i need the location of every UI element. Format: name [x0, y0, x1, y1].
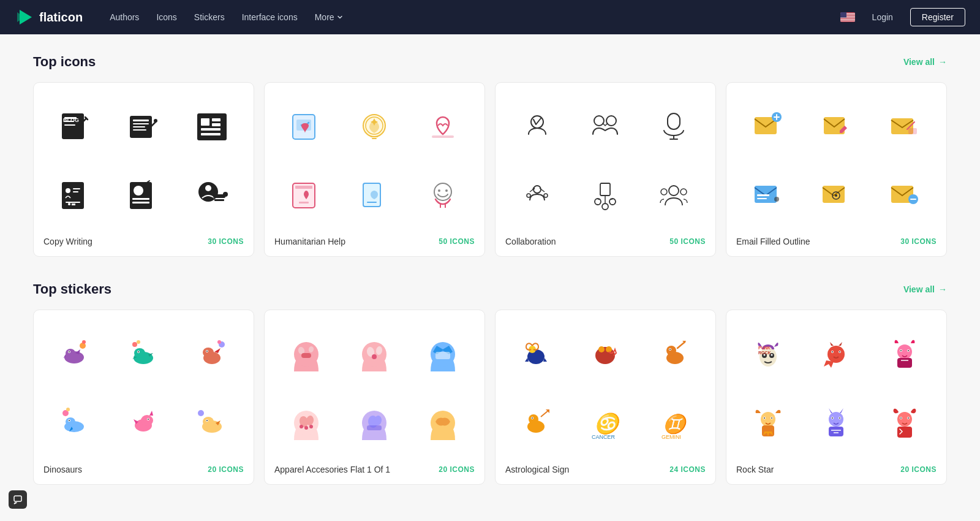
svg-point-106 — [134, 348, 145, 358]
svg-rect-40 — [132, 202, 149, 203]
pack-footer: Email Filled Outline 30 ICONS — [736, 237, 937, 246]
icon-cell — [411, 391, 475, 455]
svg-point-131 — [198, 410, 204, 416]
pack-collaboration[interactable]: Collaboration 50 ICONS — [495, 82, 716, 257]
register-button[interactable]: Register — [910, 8, 965, 26]
icon-cell — [805, 391, 869, 455]
svg-point-109 — [132, 342, 137, 347]
svg-point-128 — [203, 417, 214, 427]
top-stickers-view-all[interactable]: View all → — [903, 284, 947, 294]
pack-count: 50 ICONS — [669, 237, 706, 246]
icon-cell — [642, 164, 706, 227]
icon-cell — [180, 164, 244, 227]
nav-interface-icons[interactable]: Interface icons — [235, 7, 305, 27]
svg-point-191 — [764, 417, 765, 419]
pack-apparel[interactable]: Apparel Accesories Flat 1 Of 1 20 ICONS — [264, 310, 485, 484]
svg-rect-91 — [757, 198, 767, 199]
icon-cell — [274, 95, 338, 159]
icon-cell — [274, 164, 338, 227]
pack-name: Astrological Sign — [505, 465, 569, 474]
svg-point-41 — [198, 182, 218, 202]
icon-cell — [343, 95, 407, 159]
svg-rect-188 — [897, 358, 912, 368]
svg-text:BLOG: BLOG — [63, 117, 79, 123]
svg-point-130 — [206, 420, 208, 421]
icon-cell — [736, 164, 800, 227]
pack-count: 20 ICONS — [439, 465, 475, 474]
top-stickers-grid: Dinosaurs 20 ICONS — [33, 310, 947, 484]
svg-point-199 — [839, 417, 840, 419]
chat-widget[interactable] — [9, 490, 27, 509]
svg-rect-72 — [600, 183, 610, 196]
svg-point-205 — [908, 417, 909, 419]
pack-humanitarian-help[interactable]: Humanitarian Help 50 ICONS — [264, 82, 485, 257]
pack-copy-writing[interactable]: BLOG — [33, 82, 254, 257]
pack-icons — [505, 95, 706, 227]
svg-text:ROCK: ROCK — [758, 351, 771, 355]
svg-point-112 — [203, 348, 214, 357]
pack-rock-star[interactable]: PUNK ROCK — [726, 310, 947, 484]
svg-point-108 — [138, 351, 139, 352]
language-flag[interactable] — [840, 12, 855, 22]
nav-icons[interactable]: Icons — [149, 7, 184, 27]
svg-rect-13 — [64, 124, 75, 126]
pack-count: 30 ICONS — [208, 237, 244, 246]
svg-rect-27 — [212, 123, 221, 126]
pack-footer: Rock Star 20 ICONS — [736, 465, 937, 474]
svg-point-187 — [908, 350, 909, 351]
svg-point-120 — [69, 420, 70, 421]
svg-point-56 — [434, 183, 451, 200]
icon-cell — [180, 322, 244, 386]
svg-text:♊: ♊ — [662, 413, 690, 435]
icon-cell — [642, 95, 706, 159]
main-content: Top icons View all → BLOG — [18, 34, 962, 521]
svg-point-193 — [771, 417, 772, 419]
svg-point-197 — [832, 417, 833, 419]
navbar: flaticon Authors Icons Stickers Interfac… — [0, 0, 980, 34]
icon-cell — [274, 322, 338, 386]
pack-footer: Apparel Accesories Flat 1 Of 1 20 ICONS — [274, 465, 475, 474]
login-button[interactable]: Login — [862, 9, 903, 26]
icon-cell: ♋ CANCER — [574, 391, 638, 455]
icon-cell: ♊ GEMINI — [642, 391, 706, 455]
svg-point-185 — [900, 350, 902, 351]
pack-icons — [43, 322, 244, 454]
svg-rect-44 — [214, 199, 224, 201]
svg-rect-64 — [668, 113, 680, 129]
svg-point-31 — [66, 188, 70, 193]
svg-point-110 — [137, 340, 140, 344]
pack-astrological[interactable]: ♋ CANCER ♊ GEMINI Astrological Sign 24 I… — [495, 310, 716, 484]
pack-icons: PUNK ROCK — [736, 322, 937, 454]
icon-cell — [805, 164, 869, 227]
pack-footer: Humanitarian Help 50 ICONS — [274, 237, 475, 246]
svg-point-74 — [602, 203, 608, 210]
icon-cell — [43, 391, 107, 455]
nav-stickers[interactable]: Stickers — [187, 7, 232, 27]
svg-rect-52 — [295, 186, 312, 189]
svg-point-203 — [900, 417, 902, 419]
svg-rect-9 — [840, 12, 846, 18]
pack-count: 50 ICONS — [439, 237, 475, 246]
icon-cell — [505, 164, 569, 227]
svg-point-155 — [595, 347, 615, 364]
nav-more[interactable]: More — [307, 7, 350, 27]
svg-point-175 — [771, 354, 772, 356]
svg-point-156 — [598, 346, 605, 352]
svg-text:CANCER: CANCER — [592, 434, 616, 440]
logo[interactable]: flaticon — [15, 7, 83, 27]
svg-point-95 — [835, 194, 837, 197]
top-icons-header: Top icons View all → — [33, 54, 947, 70]
pack-footer: Dinosaurs 20 ICONS — [43, 465, 244, 474]
pack-dinosaurs[interactable]: Dinosaurs 20 ICONS — [33, 310, 254, 484]
svg-rect-33 — [73, 191, 78, 192]
pack-email-filled-outline[interactable]: Email Filled Outline 30 ICONS — [726, 82, 947, 257]
icon-cell — [43, 322, 107, 386]
svg-point-104 — [82, 340, 86, 344]
svg-point-146 — [304, 426, 308, 430]
icon-cell — [112, 95, 176, 159]
top-icons-view-all[interactable]: View all → — [903, 57, 947, 67]
svg-rect-200 — [829, 427, 843, 436]
svg-point-178 — [827, 346, 845, 363]
svg-rect-93 — [823, 186, 845, 203]
nav-authors[interactable]: Authors — [102, 7, 146, 27]
